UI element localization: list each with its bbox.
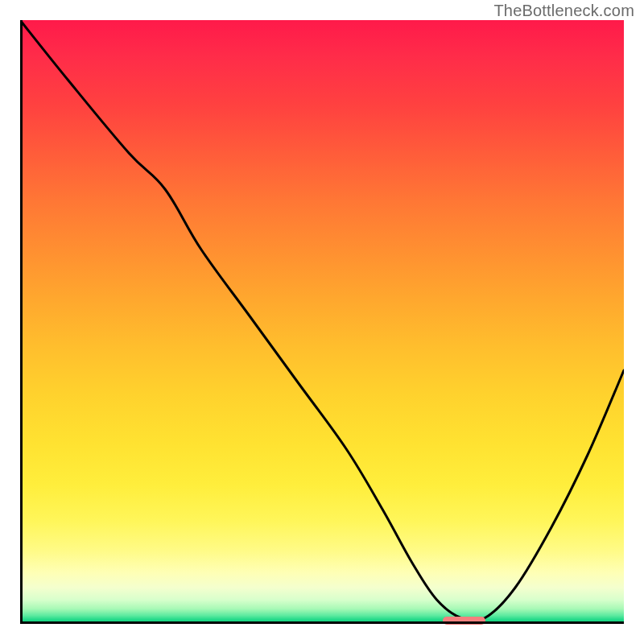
optimal-range-marker xyxy=(443,617,485,625)
watermark-text: TheBottleneck.com xyxy=(493,2,634,20)
chart-container xyxy=(20,20,624,624)
bottleneck-curve xyxy=(20,20,624,624)
